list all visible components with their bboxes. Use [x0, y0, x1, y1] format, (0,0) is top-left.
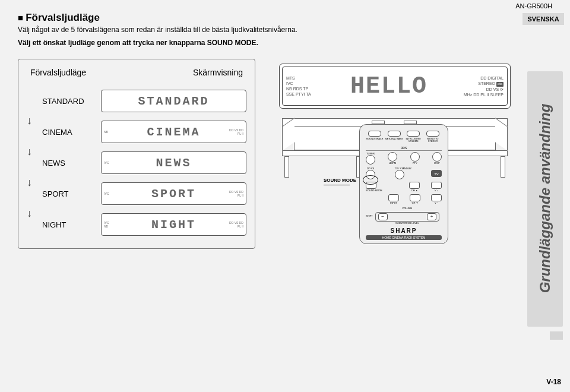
remote-row-4a: SOUND MODE CH ▲ V + [366, 182, 442, 192]
remote-btn-label: DISP [432, 162, 442, 165]
mode-label-text: SPORT [42, 189, 69, 198]
lcd-tag-left: IVC NB [104, 221, 113, 228]
remote-btn-label: PTY [410, 162, 420, 165]
remote-control: SOUND SPACE NATURAL BASS INTELLIGENT VOL… [359, 124, 448, 244]
product-code: AN-GR500H [515, 2, 552, 10]
lcd-main-seg: HELLO [318, 73, 460, 100]
remote-btn-mono-stereo[interactable]: MONO TO STEREO [424, 131, 442, 143]
mode-row-cinema: ↓ CINEMA NB CINEMA DD VS DD PL II [27, 116, 246, 147]
lcd-seg: STANDARD [138, 94, 209, 108]
remote-volume-label: VOLUME [375, 207, 439, 210]
lcd-seg: CINEMA [147, 125, 200, 139]
mode-label: ↓ CINEMA [27, 128, 95, 137]
remote-btn-tv[interactable]: TV [431, 170, 442, 177]
remote-row-1: SOUND SPACE NATURAL BASS INTELLIGENT VOL… [366, 131, 442, 143]
lcd-ind: MHz DD PL II SLEEP [460, 92, 504, 97]
rack-leg [284, 156, 289, 178]
lcd-ind: MTS [286, 75, 318, 81]
lcd-ind: SSE PTYI TA [286, 91, 318, 97]
device-illustration-area: MTS IVC NB RDS TP SSE PTYI TA HELLO DD D… [267, 59, 522, 249]
remote-btn-tuner[interactable]: TUNER [366, 152, 375, 165]
remote-row-rds: TUNER ASPM PTY DISP [366, 150, 442, 165]
mode-label-text: STANDARD [42, 97, 84, 106]
remote-brand: SHARP [366, 227, 442, 234]
lcd-mini: IVC SPORT DD VS DD PL II [101, 182, 246, 205]
remote-btn-label: V + [431, 189, 442, 192]
remote-model-strip: HOME CINEMA RACK SYSTEM [366, 235, 442, 240]
remote-btn-vol-up[interactable]: V + [431, 182, 442, 192]
remote-btn-label: V − [431, 202, 442, 204]
lcd-tag-left: IVC [104, 161, 113, 165]
remote-btn-label: ASPM [388, 162, 397, 165]
lcd-tag-left: IVC [104, 192, 113, 195]
mode-label: ↓ NEWS [27, 159, 95, 167]
arrow-down-icon: ↓ [27, 176, 32, 189]
modes-col-1: Förvalsljudläge [30, 68, 86, 77]
remote-btn-intelligent-volume[interactable]: INTELLIGENT VOLUME [404, 131, 422, 143]
arrow-down-icon: ↓ [27, 207, 32, 220]
lcd-indicators-left: MTS IVC NB RDS TP SSE PTYI TA [283, 73, 318, 99]
remote-btn-input[interactable]: INPUT [388, 194, 399, 204]
remote-btn-label: NATURAL BASS [385, 138, 403, 140]
page-number: V-18 [546, 378, 561, 386]
lcd-ind: DD VS ⟳ [460, 87, 504, 92]
arrow-down-icon: ↓ [27, 146, 32, 158]
remote-btn-standby[interactable]: TV / STAND-BY [395, 167, 411, 179]
chapter-side-tab-label: Grundläggande användning [537, 97, 553, 299]
remote-btn-disp[interactable]: DISP [432, 152, 442, 165]
lcd-seg: NIGHT [151, 218, 196, 232]
remote-row-shift: SHIFT VOLUME − + SUBWOOFER LEVEL [366, 207, 442, 225]
remote-btn-label: MONO TO STEREO [424, 138, 442, 143]
remote-btn-label: SOUND SPACE [366, 138, 384, 140]
lcd-mini: IVC NB NIGHT DD VS DD PL II [101, 213, 246, 236]
remote-volume-rocker[interactable]: − + [375, 212, 439, 222]
sound-mode-callout: SOUND MODE [324, 178, 356, 185]
main-lcd: MTS IVC NB RDS TP SSE PTYI TA HELLO DD D… [282, 67, 508, 106]
dts-icon: dts [496, 82, 504, 87]
lcd-ind: NB RDS TP [286, 86, 318, 91]
mode-row-night: ↓ NIGHT IVC NB NIGHT DD VS DD PL II [27, 209, 246, 240]
lcd-tag-right: DD VS DD PL II [226, 190, 243, 197]
lcd-tag-left: NB [104, 130, 113, 134]
lcd-ind: STEREO dts [460, 81, 504, 87]
remote-row-4b: INPUT CH ▼ V − [366, 194, 442, 204]
lcd-ind: IVC [286, 81, 318, 86]
lcd-tag-right: DD VS DD PL II [226, 221, 243, 228]
remote-btn-vol-down[interactable]: V − [431, 194, 442, 204]
mode-label: ↓ SPORT [27, 189, 95, 198]
rack-leg [501, 156, 505, 178]
page-indicator-block [550, 331, 563, 340]
lcd-indicators-right: DD DIGITAL STEREO dts DD VS ⟳ MHz DD PL … [460, 73, 507, 100]
remote-btn-natural-bass[interactable]: NATURAL BASS [385, 131, 403, 143]
remote-btn-sound-space[interactable]: SOUND SPACE [366, 131, 384, 143]
modes-col-2: Skärmvisning [193, 68, 243, 77]
remote-vol-minus[interactable]: − [378, 213, 388, 220]
mode-row-news: ↓ NEWS IVC NEWS [27, 147, 246, 178]
rds-header: RDS [366, 146, 442, 150]
remote-btn-label: TV / STAND-BY [395, 167, 411, 170]
remote-btn-pty[interactable]: PTY [410, 152, 420, 165]
section-intro: Välj något av de 5 förvalslägena som red… [18, 25, 350, 35]
lcd-ind-text: STEREO [478, 81, 495, 86]
remote-btn-label: DD VS [366, 167, 375, 170]
remote-wrap: SOUND MODE SOUND SPACE NATURAL BASS INTE… [359, 124, 448, 244]
remote-btn-aspm[interactable]: ASPM [388, 152, 397, 165]
remote-btn-label: CH ▼ [410, 202, 420, 204]
chapter-side-tab: Grundläggande användning [527, 71, 563, 327]
remote-btn-ch-down[interactable]: CH ▼ [410, 194, 420, 204]
remote-btn-label: SOUND MODE [366, 189, 382, 192]
lcd-seg: NEWS [156, 156, 191, 170]
arrow-down-icon: ↓ [27, 115, 32, 127]
lcd-mini: STANDARD [101, 90, 246, 112]
remote-subwoofer-label: SUBWOOFER LEVEL [375, 222, 439, 225]
mode-label: ↓ NIGHT [27, 220, 95, 229]
mode-label-text: CINEMA [42, 128, 72, 137]
modes-panel: Förvalsljudläge Skärmvisning STANDARD ST… [18, 59, 255, 249]
remote-shift-label: SHIFT [366, 214, 373, 217]
remote-btn-ch-up[interactable]: CH ▲ [409, 182, 420, 192]
remote-btn-label: INPUT [388, 202, 399, 204]
remote-vol-plus[interactable]: + [427, 213, 436, 220]
lcd-mini: IVC NEWS [101, 151, 246, 174]
lcd-mini: NB CINEMA DD VS DD PL II [101, 121, 246, 143]
lcd-ind: DD DIGITAL [460, 75, 504, 81]
